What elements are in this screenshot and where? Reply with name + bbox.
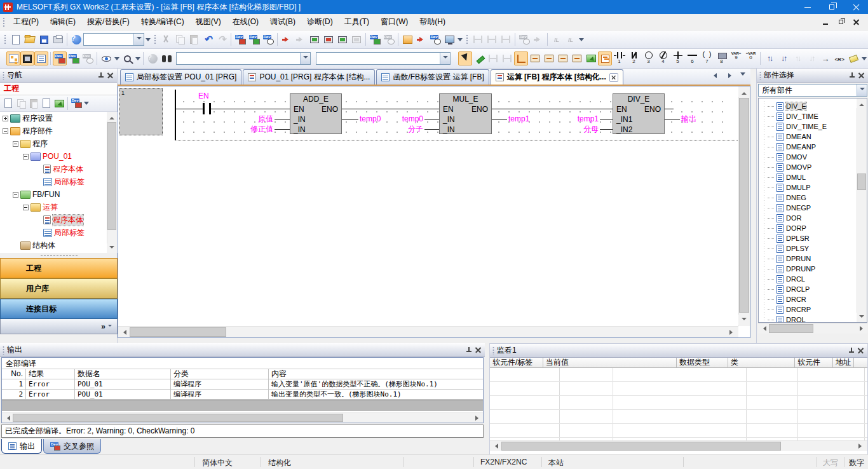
input-variable[interactable]: 原值 xyxy=(226,114,273,123)
return-button[interactable] xyxy=(832,51,846,65)
new-data-button[interactable] xyxy=(2,97,15,110)
ladder-symbol-button[interactable]: 7 xyxy=(700,50,714,67)
fbd-block-div-e[interactable]: DIV_E ENENO _IN1 _IN2 xyxy=(613,93,665,134)
tree-item-program[interactable]: 程序 xyxy=(0,137,118,150)
read-from-plc-button[interactable] xyxy=(247,32,261,46)
part-item[interactable]: DRCL xyxy=(759,274,857,284)
navigator-button[interactable]: 工程 xyxy=(0,258,118,278)
output-variable[interactable]: 输出 xyxy=(681,114,696,123)
tree-item-program-settings[interactable]: 程序设置 xyxy=(0,112,118,125)
scroll-right-button[interactable] xyxy=(473,413,483,423)
filter-button[interactable] xyxy=(70,97,83,110)
copy-data-button[interactable] xyxy=(15,97,27,110)
filter-chevron[interactable] xyxy=(83,97,90,111)
ladder-symbol-button[interactable]: 8 xyxy=(714,50,729,67)
help-button[interactable] xyxy=(69,32,83,46)
device-memory-button[interactable] xyxy=(67,51,81,65)
redo-button[interactable] xyxy=(215,32,229,46)
scroll-left-button[interactable] xyxy=(118,327,129,337)
app-icon[interactable] xyxy=(3,3,13,12)
part-item[interactable]: DRCR xyxy=(759,294,857,304)
copy-button[interactable] xyxy=(173,32,187,46)
mdi-restore-button[interactable] xyxy=(835,17,846,27)
panel-grip[interactable] xyxy=(3,346,4,355)
select-mode-button[interactable] xyxy=(458,51,472,65)
close-icon[interactable] xyxy=(858,72,865,79)
menu-item[interactable]: 搜索/替换(F) xyxy=(81,14,135,30)
tree-item-local-label[interactable]: 局部标签 xyxy=(0,175,118,188)
delete-column-button[interactable] xyxy=(570,51,584,65)
ladder-symbol-button[interactable]: 6 xyxy=(685,50,700,67)
collapse-icon[interactable] xyxy=(23,154,29,160)
tree-item-fbfun[interactable]: FB/FUN xyxy=(0,188,118,201)
monitor-write-mode-button[interactable] xyxy=(322,32,336,46)
statement-display-button[interactable] xyxy=(414,32,428,46)
navigator-button[interactable]: 连接目标 xyxy=(0,299,118,319)
scrollbar-thumb[interactable] xyxy=(130,327,226,337)
part-item[interactable]: DPLSR xyxy=(759,233,857,243)
ladder-symbol-button[interactable]: 5 xyxy=(670,50,685,67)
find-chevron[interactable] xyxy=(134,51,141,65)
input-variable[interactable]: 修正值 xyxy=(220,125,273,133)
scroll-up-button[interactable] xyxy=(857,99,867,108)
insert-column-button[interactable] xyxy=(556,51,570,65)
part-item[interactable]: DNEGP xyxy=(759,203,857,213)
navigator-overflow[interactable]: » xyxy=(0,319,118,334)
auto-connect-button[interactable] xyxy=(514,51,528,65)
sort-descending-button[interactable]: ↓↑ xyxy=(776,51,790,65)
scrollbar-thumb[interactable] xyxy=(107,122,116,230)
menu-grip[interactable] xyxy=(3,17,5,27)
tab-scroll-right-icon[interactable] xyxy=(728,73,734,78)
scroll-down-button[interactable] xyxy=(107,243,117,253)
column-header[interactable]: 数据名 xyxy=(75,369,171,379)
tree-item-local-label-fb[interactable]: 局部标签 xyxy=(0,226,118,239)
close-button[interactable] xyxy=(844,0,868,14)
column-header[interactable]: No. xyxy=(2,369,26,379)
menu-item[interactable]: 视图(V) xyxy=(190,14,227,30)
toolbar-overflow-button[interactable] xyxy=(860,51,867,65)
part-item[interactable]: DIV_TIME xyxy=(759,111,857,121)
close-icon[interactable] xyxy=(107,72,114,79)
menu-item[interactable]: 在线(O) xyxy=(227,14,264,30)
watch-stop-button[interactable] xyxy=(349,32,363,46)
ladder-symbol-button[interactable]: =VAR0 xyxy=(743,50,758,67)
collapse-icon[interactable] xyxy=(13,141,18,147)
device-batch-monitor-button[interactable] xyxy=(368,32,382,46)
column-header[interactable]: 分类 xyxy=(171,369,269,379)
part-item[interactable]: DIV_E xyxy=(759,101,857,111)
rung-number-box[interactable]: 1 xyxy=(119,88,163,135)
paste-button[interactable] xyxy=(187,32,201,46)
interconnect-mode-button[interactable] xyxy=(472,51,486,65)
scroll-right-button[interactable] xyxy=(857,323,867,334)
column-header[interactable]: 软元件 xyxy=(795,358,833,367)
part-item[interactable]: DMUL xyxy=(759,172,857,182)
scrollbar-thumb[interactable] xyxy=(739,98,749,313)
input-variable[interactable]: 分子 xyxy=(395,125,423,133)
scroll-left-button[interactable] xyxy=(758,323,768,334)
navigator-button[interactable]: 用户库 xyxy=(0,278,118,299)
panel-grip[interactable] xyxy=(492,346,494,355)
help-secondary-button[interactable] xyxy=(146,51,159,65)
tree-item-yunsuan[interactable]: 运算 xyxy=(0,201,118,214)
expand-icon[interactable] xyxy=(3,116,8,121)
tab-close-button[interactable] xyxy=(609,73,618,82)
panel-grip[interactable] xyxy=(759,71,761,80)
delete-row-button[interactable] xyxy=(542,51,556,65)
scrollbar-thumb[interactable] xyxy=(13,414,343,422)
ladder-symbol-button[interactable]: 3 xyxy=(641,50,656,67)
input-variable[interactable]: temp1 xyxy=(571,114,599,123)
part-item[interactable]: DPLSY xyxy=(759,243,857,254)
auto-comment-button[interactable] xyxy=(500,51,514,65)
menu-item[interactable]: 帮助(H) xyxy=(414,14,451,30)
print-button[interactable] xyxy=(51,32,65,46)
scrollbar-thumb[interactable] xyxy=(857,173,866,190)
editor-tab[interactable]: POU_01 [PRG] 程序本体 [结构... xyxy=(243,69,375,85)
pin-icon[interactable] xyxy=(848,347,855,354)
part-item[interactable]: DMEANP xyxy=(759,142,857,152)
part-item[interactable]: DORP xyxy=(759,223,857,233)
step-execution-button[interactable] xyxy=(499,32,513,46)
chevron-down-icon[interactable] xyxy=(133,34,144,45)
column-header[interactable]: 地址 xyxy=(833,358,854,367)
ladder-logic-test-end-button[interactable] xyxy=(485,32,499,46)
pin-icon[interactable] xyxy=(465,346,472,353)
